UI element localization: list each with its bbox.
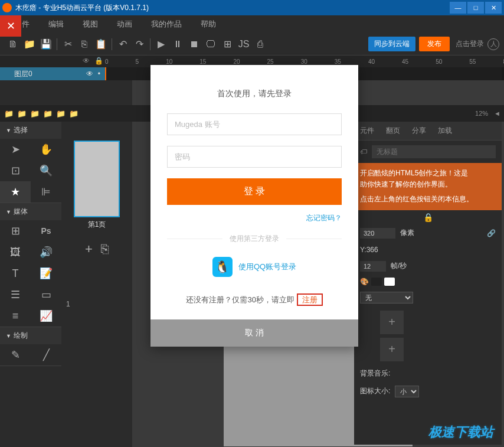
fps-label: 帧/秒 [391,261,407,271]
add-page-button[interactable]: + [85,242,93,257]
new-icon[interactable]: 🗎 [5,36,21,53]
redo-icon[interactable]: ↷ [131,36,148,53]
section-media[interactable]: ▼ 媒体 [0,203,61,220]
register-link[interactable]: 注册 [300,294,320,305]
page-thumbnail[interactable] [74,141,120,217]
js-icon[interactable]: JS [235,36,252,53]
width-input[interactable] [360,228,395,239]
tab-share[interactable]: 分享 [406,122,432,140]
username-input[interactable] [167,113,342,135]
paste-icon[interactable]: 📋 [93,36,109,53]
undo-icon[interactable]: ↶ [114,36,131,53]
tab-load[interactable]: 加载 [432,122,458,140]
menu-view[interactable]: 视图 [73,19,107,30]
icon-size-select[interactable]: 小 [395,386,419,397]
qr-icon[interactable]: ⊞ [219,36,235,53]
hand-tool[interactable]: ✋ [31,139,61,160]
user-icon[interactable]: 人 [487,38,499,50]
menu-edit[interactable]: 编辑 [39,19,73,30]
pointer-tool[interactable]: ➤ [0,139,31,160]
chevron-down-icon: ▼ [6,333,11,339]
lock-icon[interactable]: 🔒 [423,213,433,222]
add-effect-button[interactable]: + [380,311,404,334]
qq-icon: 🐧 [212,257,233,277]
lock-icon[interactable]: 🔒 [94,57,103,65]
minimize-button[interactable]: — [450,2,466,14]
slide-tool[interactable]: ▭ [31,284,61,305]
folder-icon[interactable]: 📁 [4,109,14,118]
align-tool2[interactable]: ≡ [0,305,31,327]
window-titlebar: 木疙瘩 - 专业H5动画云平台 (版本V0.1.7.1) — □ ✕ [0,0,504,15]
pencil-tool[interactable]: ✎ [0,344,31,366]
pages-panel: 第1页 + ⎘ [61,80,132,447]
login-link[interactable]: 点击登录 [456,39,484,49]
section-draw[interactable]: ▼ 绘制 [0,327,61,344]
layer-controls: 👁 🔒 [83,57,103,65]
maximize-button[interactable]: □ [467,2,484,14]
effect-select[interactable]: 无 [360,292,413,304]
app-icon [2,3,12,12]
chevron-down-icon: ▼ [6,128,11,133]
menu-help[interactable]: 帮助 [191,19,225,30]
preview-icon[interactable]: 🖵 [202,36,219,53]
fps-input[interactable] [360,261,386,272]
duplicate-page-button[interactable]: ⎘ [101,242,109,257]
layer-dot-icon[interactable]: • [98,70,100,78]
image-tool[interactable]: 🖼 [0,242,31,263]
chart-tool[interactable]: 📈 [31,305,61,327]
grid-tool[interactable]: ⊞ [0,220,31,242]
forgot-password-link[interactable]: 忘记密码？ [167,213,342,223]
audio-tool[interactable]: 🔊 [31,242,61,263]
tab-flip[interactable]: 翻页 [380,122,406,140]
align-tool[interactable]: ⊫ [31,181,61,203]
menu-works[interactable]: 我的作品 [142,19,191,30]
icon-size-label: 图标大小: [360,386,390,396]
ps-tool[interactable]: Ps [31,220,61,242]
folder-icon[interactable]: 📁 [55,109,66,118]
folder-icon[interactable]: 📁 [17,109,27,118]
open-icon[interactable]: 📁 [21,36,38,53]
folder-icon[interactable]: 📁 [30,109,40,118]
y-label: Y:366 [360,246,378,254]
text-tool[interactable]: T [0,263,31,284]
color-swatch[interactable] [384,278,395,286]
line-tool[interactable]: ╱ [31,344,61,366]
copy-icon[interactable]: ⎘ [76,36,93,53]
crop-tool[interactable]: ⊡ [0,160,31,181]
eye-icon[interactable]: 👁 [83,57,90,65]
zoom-tool[interactable]: 🔍 [31,160,61,181]
folder-icon[interactable]: 📁 [68,109,79,118]
export-icon[interactable]: ⎙ [252,36,269,53]
chevron-left-icon[interactable]: ◄ [494,110,500,117]
qq-login-button[interactable]: 🐧 使用QQ账号登录 [167,257,342,277]
dialog-title: 首次使用，请先登录 [167,89,342,99]
cut-icon[interactable]: ✂ [60,36,76,53]
login-dialog: 首次使用，请先登录 登 录 忘记密码？ 使用第三方登录 🐧 使用QQ账号登录 还… [150,65,358,347]
sync-button[interactable]: 同步到云端 [368,37,415,51]
layer-row[interactable]: 图层0 👁 • [0,67,105,80]
properties-panel: 元件 翻页 分享 加载 🏷 开启酷炫的HTML5创作之旅！这是 助你快速了解你的… [354,122,502,445]
pause-icon[interactable]: ⏸ [169,36,186,53]
color-swatch[interactable] [371,278,382,286]
zoom-value: 12% [475,110,488,117]
login-submit-button[interactable]: 登 录 [167,178,342,205]
cancel-button[interactable]: 取 消 [150,319,358,347]
link-icon[interactable]: 🔗 [487,229,496,237]
section-select[interactable]: ▼ 选择 [0,122,61,139]
layer-eye-icon[interactable]: 👁 [86,70,93,78]
window-title: 木疙瘩 - 专业H5动画云平台 (版本V0.1.7.1) [15,3,149,13]
menu-animation[interactable]: 动画 [107,19,142,30]
close-banner-button[interactable]: ✕ [0,15,21,37]
input-tool[interactable]: 📝 [31,263,61,284]
folder-icon[interactable]: 📁 [42,109,53,118]
stop-icon[interactable]: ⏹ [186,36,202,53]
play-icon[interactable]: ▶ [153,36,169,53]
close-window-button[interactable]: ✕ [485,2,502,14]
list-tool[interactable]: ☰ [0,284,31,305]
save-icon[interactable]: 💾 [38,36,54,53]
password-input[interactable] [167,146,342,168]
publish-button[interactable]: 发布 [419,37,450,51]
title-input[interactable] [372,145,496,158]
star-tool[interactable]: ★ [0,181,31,203]
add-effect-button-2[interactable]: + [380,338,404,361]
